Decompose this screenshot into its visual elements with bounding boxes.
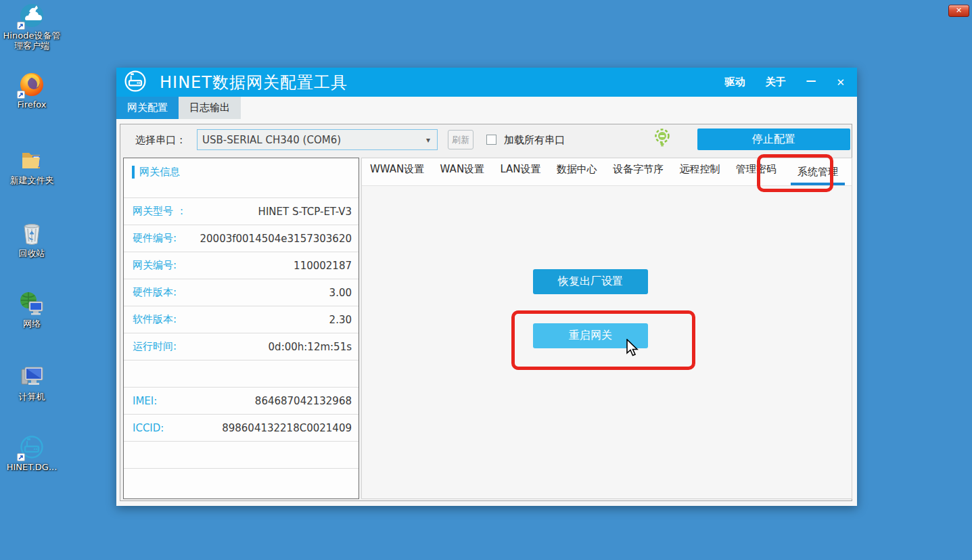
driver-menu-button[interactable]: 驱动 [724,76,745,89]
desktop-icon-network[interactable]: 网络 [1,291,62,329]
firefox-icon [18,72,45,97]
tab-wwan-settings[interactable]: WWAN设置 [369,163,425,185]
restart-gateway-button[interactable]: 重启网关 [533,323,648,348]
desktop-icon-hinet-dg[interactable]: HINET.DG... [1,434,62,472]
tab-lan-settings[interactable]: LAN设置 [499,163,542,185]
desktop-icon-label: 网络 [1,319,62,329]
about-menu-button[interactable]: 关于 [765,76,785,89]
window-title: HINET数据网关配置工具 [160,72,348,93]
gateway-info-panel: 网关信息 网关型号 ： HINET S-TCP-ET-V3 硬件编号: 2000… [123,158,359,499]
tab-wan-settings[interactable]: WAN设置 [439,163,486,185]
recycle-bin-icon [18,220,45,246]
minimize-button[interactable]: — [806,74,816,87]
screen-close-button[interactable]: ✕ [948,5,969,17]
info-row-imei: IMEI: 864687042132968 [124,388,358,415]
tab-system-management[interactable]: 系统管理 [791,166,845,185]
desktop: Hinode设备管理客户端 Firefox 新建文件夹 [0,0,972,560]
info-row-model: 网关型号 ： HINET S-TCP-ET-V3 [124,198,358,225]
computer-icon [18,364,45,390]
tab-remote-control[interactable]: 远程控制 [678,163,721,185]
hinet-dg-icon [18,434,45,460]
desktop-icon-hinode-client[interactable]: Hinode设备管理客户端 [1,3,62,51]
desktop-icon-label: Hinode设备管理客户端 [1,30,62,51]
app-logo-icon [123,69,147,96]
section-accent-bar [132,166,135,179]
serial-port-value: USB-SERIAL CH340 (COM6) [198,134,341,146]
info-row-empty [124,360,358,388]
shortcut-arrow-icon [17,22,25,30]
info-row-iccid: ICCID: 898604132218C0021409 [124,415,358,442]
main-tabstrip: 网关配置 日志输出 [116,97,857,119]
config-panel: WWAN设置 WAN设置 LAN设置 数据中心 设备字节序 远程控制 管理密码 … [361,158,852,499]
info-row-hw-serial: 硬件编号: 20003f0014504e3157303620 [124,225,358,252]
gateway-info-header: 网关信息 [139,166,180,179]
desktop-icon-computer[interactable]: 计算机 [1,364,62,402]
shortcut-arrow-icon [17,91,25,99]
status-bulb-icon [653,128,671,151]
chevron-down-icon: ▾ [426,135,437,145]
desktop-icon-label: 计算机 [1,392,62,402]
tab-log-output[interactable]: 日志输出 [179,97,241,119]
refresh-button[interactable]: 刷新 [448,130,473,149]
info-row-hw-version: 硬件版本: 3.00 [124,279,358,306]
network-icon [18,291,45,317]
close-button[interactable]: ✕ [836,76,845,89]
serial-port-select[interactable]: USB-SERIAL CH340 (COM6) ▾ [197,129,438,150]
info-row-gw-serial: 网关编号: 110002187 [124,252,358,279]
info-row-uptime: 运行时间: 0d:00h:12m:51s [124,333,358,360]
desktop-icon-label: 回收站 [1,248,62,258]
tab-gateway-config[interactable]: 网关配置 [116,97,179,119]
window-body: 选择串口： USB-SERIAL CH340 (COM6) ▾ 刷新 加载所有串… [116,119,857,506]
serial-port-label: 选择串口： [135,134,186,147]
desktop-icon-label: 新建文件夹 [1,175,62,185]
info-row-empty [124,442,358,469]
desktop-icon-label: HINET.DG... [1,462,62,472]
load-all-ports-checkbox[interactable] [486,135,496,145]
tab-data-center[interactable]: 数据中心 [555,163,599,185]
desktop-icon-recycle-bin[interactable]: 回收站 [1,220,62,258]
desktop-icon-new-folder[interactable]: 新建文件夹 [1,147,62,185]
load-all-ports-label: 加载所有串口 [504,134,565,147]
main-groupbox: 选择串口： USB-SERIAL CH340 (COM6) ▾ 刷新 加载所有串… [120,124,852,501]
app-window: HINET数据网关配置工具 驱动 关于 — ✕ 网关配置 日志输出 选择串口： … [116,68,857,506]
info-row-sw-version: 软件版本: 2.30 [124,306,358,333]
desktop-icon-firefox[interactable]: Firefox [1,72,62,110]
hinode-client-icon [18,3,45,28]
stop-config-button[interactable]: 停止配置 [697,129,850,150]
desktop-icon-label: Firefox [1,99,62,110]
shortcut-arrow-icon [17,453,25,461]
tab-admin-password[interactable]: 管理密码 [735,163,778,185]
config-tabstrip: WWAN设置 WAN设置 LAN设置 数据中心 设备字节序 远程控制 管理密码 … [362,158,852,186]
titlebar[interactable]: HINET数据网关配置工具 驱动 关于 — ✕ [116,68,857,97]
tab-byte-order[interactable]: 设备字节序 [611,163,665,185]
folder-icon [18,147,45,173]
factory-reset-button[interactable]: 恢复出厂设置 [533,269,648,294]
